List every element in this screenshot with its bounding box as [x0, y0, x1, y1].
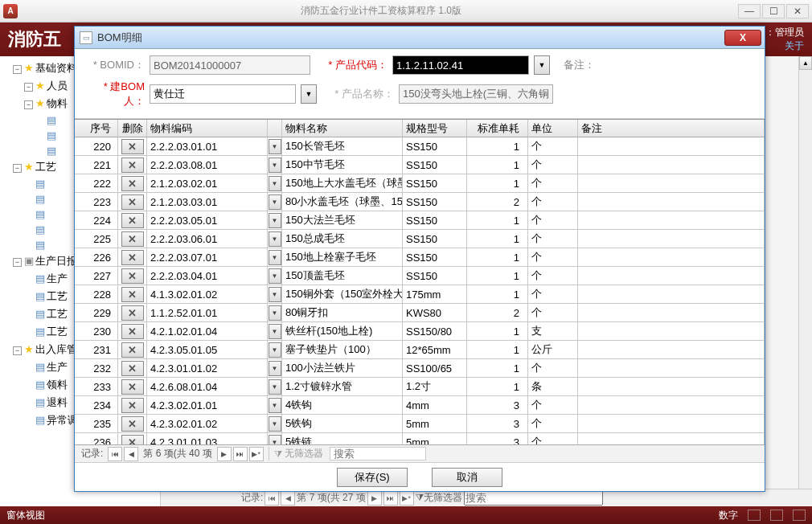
cell-spec[interactable]: 1.2寸	[403, 378, 467, 395]
cell-code[interactable]: 2.1.2.03.02.01	[147, 174, 268, 192]
code-dropdown-button[interactable]: ▼	[269, 416, 281, 432]
cell-qty[interactable]: 2	[467, 304, 528, 321]
tree-toggle-icon[interactable]: −	[13, 258, 22, 267]
delete-row-button[interactable]: ✕	[121, 379, 144, 395]
cell-spec[interactable]: SS150	[403, 248, 467, 266]
code-dropdown-button[interactable]: ▼	[269, 305, 281, 321]
cell-unit[interactable]: 支	[528, 322, 578, 340]
cell-spec[interactable]: 4mm	[403, 396, 467, 414]
hdr-note[interactable]: 备注	[578, 120, 765, 137]
table-row[interactable]: 223✕2.1.2.03.03.01▼80小水盖毛坯（球墨、15SS1502个	[75, 193, 765, 211]
cell-note[interactable]	[578, 193, 765, 211]
cell-unit[interactable]: 个	[528, 211, 578, 229]
cell-qty[interactable]: 1	[467, 359, 528, 377]
cell-code[interactable]: 2.2.2.03.04.01	[147, 267, 268, 285]
bg-next-button[interactable]: ▶	[367, 491, 382, 506]
bg-last-button[interactable]: ⏭	[383, 491, 398, 506]
cell-qty[interactable]: 1	[467, 211, 528, 229]
delete-row-button[interactable]: ✕	[121, 250, 144, 265]
prodcode-dropdown-button[interactable]: ▼	[534, 55, 550, 75]
cell-code[interactable]: 2.2.2.03.08.01	[147, 156, 268, 174]
cell-code[interactable]: 4.2.6.08.01.04	[147, 378, 268, 395]
minimize-button[interactable]: —	[738, 4, 761, 18]
cell-note[interactable]	[578, 230, 765, 248]
view-icon-3[interactable]	[793, 510, 806, 521]
delete-row-button[interactable]: ✕	[121, 398, 144, 413]
first-record-button[interactable]: ⏮	[108, 447, 122, 461]
code-dropdown-button[interactable]: ▼	[269, 268, 281, 284]
hdr-qty[interactable]: 标准单耗	[467, 120, 528, 137]
delete-row-button[interactable]: ✕	[121, 194, 144, 210]
cell-code[interactable]: 2.2.2.03.06.01	[147, 230, 268, 248]
cell-code[interactable]: 2.2.2.03.07.01	[147, 248, 268, 266]
cell-spec[interactable]: SS150	[403, 193, 467, 211]
cell-code[interactable]: 4.2.3.02.01.01	[147, 396, 268, 414]
cell-note[interactable]	[578, 156, 765, 174]
table-row[interactable]: 220✕2.2.2.03.01.01▼150长管毛坯SS1501个	[75, 137, 765, 156]
cell-spec[interactable]: 175mm	[403, 285, 467, 303]
cell-note[interactable]	[578, 248, 765, 266]
table-row[interactable]: 222✕2.1.2.03.02.01▼150地上大水盖毛坯（球墨SS1501个	[75, 174, 765, 193]
tree-toggle-icon[interactable]: −	[24, 83, 33, 92]
cell-unit[interactable]: 条	[528, 378, 578, 395]
cell-name[interactable]: 5铁链	[282, 433, 403, 444]
cell-seq[interactable]: 223	[75, 193, 118, 211]
cell-qty[interactable]: 1	[467, 378, 528, 395]
code-dropdown-button[interactable]: ▼	[269, 361, 281, 376]
cell-spec[interactable]: SS150	[403, 267, 467, 285]
table-row[interactable]: 235✕4.2.3.02.01.02▼5铁钩5mm3个	[75, 415, 765, 433]
cell-qty[interactable]: 1	[467, 230, 528, 248]
cell-name[interactable]: 150地上大水盖毛坯（球墨	[282, 174, 403, 192]
cell-qty[interactable]: 1	[467, 285, 528, 303]
table-row[interactable]: 232✕4.2.3.01.01.02▼100小法兰铁片SS100/651个	[75, 359, 765, 378]
cell-note[interactable]	[578, 304, 765, 321]
cell-note[interactable]	[578, 396, 765, 414]
cell-name[interactable]: 4铁钩	[282, 396, 403, 414]
cell-unit[interactable]: 个	[528, 174, 578, 192]
cell-qty[interactable]: 1	[467, 248, 528, 266]
table-row[interactable]: 225✕2.2.2.03.06.01▼150总成毛坯SS1501个	[75, 230, 765, 248]
table-row[interactable]: 226✕2.2.2.03.07.01▼150地上栓塞子毛坯SS1501个	[75, 248, 765, 267]
about-link[interactable]: 关于	[765, 39, 804, 53]
cell-seq[interactable]: 228	[75, 285, 118, 303]
cell-unit[interactable]: 个	[528, 433, 578, 444]
delete-row-button[interactable]: ✕	[121, 435, 144, 445]
cell-note[interactable]	[578, 415, 765, 432]
cell-seq[interactable]: 221	[75, 156, 118, 174]
cell-unit[interactable]: 个	[528, 396, 578, 414]
cell-seq[interactable]: 227	[75, 267, 118, 285]
cell-unit[interactable]: 个	[528, 285, 578, 303]
code-dropdown-button[interactable]: ▼	[269, 398, 281, 413]
hdr-code[interactable]: 物料编码	[147, 120, 268, 137]
cell-qty[interactable]: 1	[467, 267, 528, 285]
bg-first-button[interactable]: ⏮	[265, 491, 279, 506]
cell-seq[interactable]: 233	[75, 378, 118, 395]
delete-row-button[interactable]: ✕	[121, 324, 144, 339]
cell-seq[interactable]: 226	[75, 248, 118, 266]
table-row[interactable]: 221✕2.2.2.03.08.01▼150中节毛坯SS1501个	[75, 156, 765, 174]
table-row[interactable]: 231✕4.2.3.05.01.05▼塞子铁垫片（100）12*65mm1公斤	[75, 341, 765, 359]
maximize-button[interactable]: ☐	[762, 4, 785, 18]
table-row[interactable]: 227✕2.2.2.03.04.01▼150顶盖毛坯SS1501个	[75, 267, 765, 285]
table-row[interactable]: 233✕4.2.6.08.01.04▼1.2寸镀锌水管1.2寸1条	[75, 378, 765, 396]
creator-field[interactable]	[150, 84, 296, 104]
save-button[interactable]: 保存(S)	[337, 468, 408, 487]
table-row[interactable]: 236✕4.2.3.01.01.03▼5铁链5mm3个	[75, 433, 765, 444]
cell-name[interactable]: 150总成毛坯	[282, 230, 403, 248]
code-dropdown-button[interactable]: ▼	[269, 287, 281, 302]
cell-unit[interactable]: 公斤	[528, 341, 578, 358]
code-dropdown-button[interactable]: ▼	[269, 194, 281, 210]
cell-name[interactable]: 150铜外套（150室外栓大	[282, 285, 403, 303]
cell-spec[interactable]: 12*65mm	[403, 341, 467, 358]
cell-code[interactable]: 4.2.3.02.01.02	[147, 415, 268, 432]
cell-code[interactable]: 4.2.3.05.01.05	[147, 341, 268, 358]
delete-row-button[interactable]: ✕	[121, 158, 144, 173]
delete-row-button[interactable]: ✕	[121, 231, 144, 247]
table-row[interactable]: 224✕2.2.2.03.05.01▼150大法兰毛坯SS1501个	[75, 211, 765, 230]
tree-toggle-icon[interactable]: −	[13, 346, 22, 355]
cell-name[interactable]: 5铁钩	[282, 415, 403, 432]
cell-unit[interactable]: 个	[528, 193, 578, 211]
tree-toggle-icon[interactable]: −	[24, 100, 33, 109]
cell-seq[interactable]: 224	[75, 211, 118, 229]
cell-spec[interactable]: SS150	[403, 174, 467, 192]
